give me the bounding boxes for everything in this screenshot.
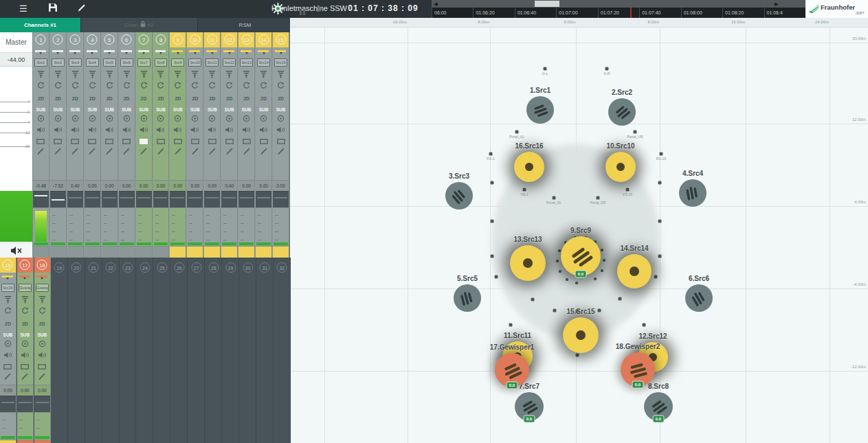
dimension-2d-label[interactable]: 2D (119, 91, 135, 102)
box-icon[interactable] (153, 135, 169, 146)
box-icon[interactable] (256, 135, 271, 146)
channel-name-label[interactable]: Src8 (155, 58, 168, 67)
channel-select-button[interactable]: 22 (106, 262, 116, 273)
channel-select-button[interactable]: 27 (191, 262, 201, 273)
sub-label[interactable]: SUB (67, 102, 83, 113)
time-ruler-label[interactable]: 01:07:40 (639, 8, 680, 18)
channel-name-label[interactable]: Src6 (120, 58, 133, 67)
speaker-icon[interactable] (170, 124, 186, 135)
channel-select-button[interactable]: 13 (238, 32, 254, 47)
time-ruler-label[interactable]: 01:08:00 (681, 8, 722, 18)
channel-name-label[interactable]: Src14 (257, 58, 270, 67)
fader-handle[interactable] (120, 197, 133, 198)
channel-color-tag[interactable] (136, 246, 152, 258)
edit-pencil-icon[interactable] (77, 3, 89, 15)
fader-handle[interactable] (188, 197, 201, 198)
circle-indicator-icon[interactable] (238, 113, 254, 124)
directivity-funnel-icon[interactable] (102, 69, 118, 80)
fader-handle[interactable] (36, 402, 49, 403)
source-15[interactable] (563, 317, 599, 353)
play-button[interactable] (318, 5, 330, 17)
rotate-icon[interactable] (85, 80, 100, 91)
edit-pencil-icon[interactable] (119, 146, 135, 157)
channel-mini-fader[interactable] (85, 47, 100, 57)
dimension-2d-label[interactable]: 2D (136, 91, 152, 102)
channel-fader-band[interactable] (273, 191, 289, 207)
channel-gain-value[interactable]: -7.52 (50, 180, 66, 191)
time-ruler-label[interactable]: 06:00 (432, 8, 473, 18)
rotate-icon[interactable] (170, 80, 186, 91)
edit-pencil-icon[interactable] (102, 146, 118, 157)
rotate-icon[interactable] (153, 80, 169, 91)
directivity-funnel-icon[interactable] (256, 69, 271, 80)
channel-name-label[interactable]: Src5 (103, 58, 116, 67)
channel-gain-value[interactable]: 0.00 (85, 180, 100, 191)
channel-fader-band[interactable] (187, 191, 203, 207)
channel-fader-band[interactable] (238, 191, 254, 207)
channel-fader-band[interactable] (67, 191, 83, 207)
settings-gear-icon[interactable] (271, 2, 284, 14)
channel-select-button[interactable]: 18 (34, 258, 50, 273)
scroll-right-icon[interactable]: ▶ (772, 0, 781, 8)
channel-gain-value[interactable]: 0.00 (153, 180, 169, 191)
rotate-icon[interactable] (102, 80, 118, 91)
speaker-icon[interactable] (34, 349, 50, 360)
channel-select-button[interactable]: 23 (122, 262, 133, 273)
speaker-icon[interactable] (273, 124, 289, 135)
directivity-funnel-icon[interactable] (153, 69, 169, 80)
source-13[interactable] (510, 245, 546, 281)
edit-pencil-icon[interactable] (221, 146, 237, 157)
channel-fader-band[interactable] (136, 191, 152, 207)
edit-pencil-icon[interactable] (0, 371, 16, 382)
edit-pencil-icon[interactable] (170, 146, 186, 157)
channel-select-button[interactable]: 10 (187, 32, 203, 47)
speaker-icon[interactable] (256, 124, 271, 135)
fader-handle[interactable] (86, 197, 99, 198)
channel-color-tag[interactable] (0, 440, 16, 443)
channel-gain-value[interactable]: 0.40 (67, 180, 83, 191)
circle-indicator-icon[interactable] (170, 113, 186, 124)
channel-fader-band[interactable] (34, 396, 50, 412)
channel-select-button[interactable]: 14 (256, 32, 271, 47)
sub-label[interactable]: SUB (170, 102, 186, 113)
dimension-2d-label[interactable]: 2D (33, 91, 49, 102)
circle-indicator-icon[interactable] (119, 113, 135, 124)
edit-pencil-icon[interactable] (34, 371, 50, 382)
channel-select-button[interactable]: 28 (208, 262, 219, 273)
sub-label[interactable]: SUB (256, 102, 271, 113)
sub-label[interactable]: SUB (136, 102, 152, 113)
rotate-icon[interactable] (119, 80, 135, 91)
dimension-2d-label[interactable]: 2D (102, 91, 118, 102)
channel-gain-value[interactable]: 0.00 (102, 180, 118, 191)
time-ruler-label[interactable]: 01:06:20 (473, 8, 514, 18)
dimension-2d-label[interactable]: 2D (67, 91, 83, 102)
channel-select-button[interactable]: 2 (50, 32, 66, 47)
fader-handle[interactable] (274, 197, 287, 198)
directivity-funnel-icon[interactable] (17, 294, 33, 305)
tab-channels-2[interactable]: Chan#2 (81, 18, 198, 32)
speaker-icon[interactable] (187, 124, 203, 135)
channel-color-tag[interactable] (153, 246, 169, 258)
box-icon[interactable] (204, 135, 220, 146)
channel-select-button[interactable]: 4 (85, 32, 100, 47)
source-gain-badge[interactable]: 0.0 (653, 416, 665, 423)
directivity-funnel-icon[interactable] (85, 69, 100, 80)
fader-handle[interactable] (171, 197, 184, 198)
source-3[interactable] (445, 182, 473, 209)
sub-label[interactable]: SUB (85, 102, 100, 113)
channel-mini-fader[interactable] (0, 273, 16, 282)
channel-select-button[interactable]: 21 (89, 262, 99, 273)
rotate-icon[interactable] (33, 80, 49, 91)
rotate-icon[interactable] (34, 305, 50, 316)
channel-gain-value[interactable]: 0.00 (170, 180, 186, 191)
source-gain-badge[interactable]: 0.0 (524, 416, 535, 423)
source-6[interactable] (685, 284, 713, 312)
time-ruler-label[interactable]: 01:07:00 (556, 8, 597, 18)
sub-label[interactable]: SUB (204, 102, 220, 113)
time-ruler[interactable]: 06:0001:06:2001:06:4001:07:0001:07:2001:… (432, 8, 805, 18)
scrollbar-thumb[interactable] (535, 1, 559, 7)
channel-mini-fader[interactable] (119, 47, 135, 57)
box-icon[interactable] (238, 135, 254, 146)
sub-label[interactable]: SUB (17, 327, 33, 338)
channel-fader-band[interactable] (153, 191, 169, 207)
